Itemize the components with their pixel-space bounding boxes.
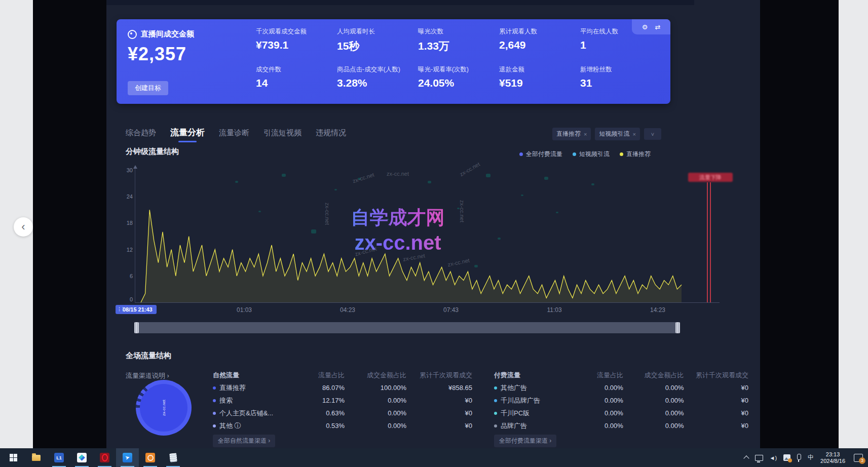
row-dot [494, 412, 497, 415]
taskbar-clock[interactable]: 23:13 2024/8/16 [820, 451, 845, 464]
taskbar-app-notepad[interactable] [162, 448, 184, 467]
metrics-grid: 千次观看成交金额¥739.1 人均观看时长15秒 曝光次数1.33万 累计观看人… [256, 27, 661, 98]
chart-legend: 全部付费流量 短视频引流 直播推荐 [519, 150, 651, 159]
swap-icon[interactable]: ⇄ [655, 23, 660, 31]
legend-paid-traffic[interactable]: 全部付费流量 [519, 150, 562, 159]
network-icon[interactable] [755, 455, 763, 461]
y-tick: 6 [121, 273, 133, 279]
tab-traffic-diagnosis[interactable]: 流量诊断 [219, 128, 249, 142]
legend-dot [573, 152, 576, 156]
table-row[interactable]: 搜索 12.17% 0.00% ¥0 [213, 394, 472, 407]
metric-cell: 成交件数14 [256, 65, 337, 98]
row-dot [213, 386, 216, 390]
metric-cell: 退款金额¥519 [499, 65, 580, 98]
pinwheel-app-icon [77, 453, 87, 462]
legend-live-recommend[interactable]: 直播推荐 [620, 150, 651, 159]
y-tick: 18 [121, 220, 133, 226]
metric-cell: 累计观看人数2,649 [499, 27, 580, 60]
primary-metric-label: 直播间成交金额 [141, 29, 194, 39]
metric-cell: 千次观看成交金额¥739.1 [256, 27, 337, 60]
notification-badge: 3 [859, 457, 865, 464]
tab-violations[interactable]: 违规情况 [316, 128, 346, 142]
l1-app-icon: L1 [54, 453, 64, 462]
tab-overall-trend[interactable]: 综合趋势 [126, 128, 156, 142]
taskbar-app-opera[interactable] [93, 448, 116, 467]
x-tick: 07:43 [443, 306, 459, 314]
traffic-donut-chart[interactable]: zx-cc.net [136, 380, 192, 436]
primary-metric-value: ¥2,357 [128, 44, 186, 65]
slider-handle-right[interactable] [675, 322, 680, 333]
row-dot [494, 424, 497, 427]
create-goal-button[interactable]: 创建目标 [128, 81, 168, 95]
taskbar-app-l1[interactable]: L1 [48, 448, 70, 467]
row-dot [494, 399, 497, 402]
all-natural-channels-link[interactable]: 全部自然流量渠道 › [213, 435, 275, 447]
analytics-tabs: 综合趋势 流量分析 流量诊断 引流短视频 违规情况 [126, 127, 346, 142]
all-paid-channels-link[interactable]: 全部付费流量渠道 › [494, 435, 556, 447]
player-prev-button[interactable]: ‹ [14, 217, 33, 237]
table-row[interactable]: 个人主页&店铺&... 0.63% 0.00% ¥0 [213, 407, 472, 419]
ime-indicator[interactable]: 中 [808, 453, 814, 462]
slider-handle-left[interactable] [134, 322, 139, 333]
tab-traffic-analysis[interactable]: 流量分析 [170, 127, 205, 142]
stream-end-marker-line [707, 182, 708, 302]
table-header: 付费流量 流量占比 成交金额占比 累计千次观看成交 [494, 369, 748, 381]
clock-time: 23:13 [820, 451, 845, 458]
y-axis-line [135, 168, 135, 303]
clock-date: 2024/8/16 [820, 458, 845, 464]
y-tick: 12 [121, 247, 133, 253]
row-dot [213, 399, 216, 402]
table-row[interactable]: 其他广告 0.00% 0.00% ¥0 [494, 381, 748, 394]
legend-short-video[interactable]: 短视频引流 [573, 150, 610, 159]
metric-cell: 商品点击-成交率(人数)3.28% [337, 65, 418, 98]
close-icon[interactable]: × [584, 131, 587, 137]
start-button[interactable] [2, 448, 25, 467]
channel-help-link[interactable]: 流量渠道说明 › [126, 371, 169, 380]
table-row[interactable]: 千川品牌广告 0.00% 0.00% ¥0 [494, 394, 748, 407]
filter-tag-short-video[interactable]: 短视频引流 × [595, 128, 639, 140]
taskbar-app-active-browser[interactable]: ➤ [116, 448, 139, 467]
microphone-icon[interactable] [797, 454, 801, 461]
folder-icon [32, 455, 41, 461]
windows-logo-icon [10, 454, 18, 462]
minute-section-title: 分钟级流量结构 [126, 147, 179, 157]
filter-dropdown[interactable]: ˅ [644, 128, 661, 140]
card-corner-controls: ⚙ ⇄ [632, 19, 670, 34]
screenshot-tool-icon[interactable] [783, 454, 790, 461]
minute-chart-svg[interactable] [136, 167, 720, 303]
windows-taskbar: L1 ➤ ◄) 中 23:13 2024/8/16 3 [0, 448, 868, 467]
taskbar-app-orange[interactable] [139, 448, 162, 467]
system-tray: ◄) 中 23:13 2024/8/16 3 [744, 448, 863, 467]
notepad-icon [169, 453, 177, 462]
row-dot [213, 412, 216, 415]
x-tick: 14:23 [650, 306, 665, 314]
target-icon [128, 30, 137, 39]
chart-range-slider[interactable] [134, 322, 680, 333]
table-row[interactable]: 其他 ⓘ 0.53% 0.00% ¥0 [213, 419, 472, 432]
metric-cell: 人均观看时长15秒 [337, 27, 418, 60]
window-titlebar-sliver [106, 0, 694, 5]
y-tick: 0 [121, 296, 133, 302]
action-center-icon[interactable]: 3 [854, 454, 863, 462]
taskbar-app-meeting[interactable] [70, 448, 93, 467]
overall-section-title: 全场流量结构 [126, 351, 171, 361]
orange-app-icon [145, 453, 155, 462]
close-icon[interactable]: × [632, 131, 635, 137]
taskbar-file-explorer[interactable] [25, 448, 48, 467]
table-row[interactable]: 直播推荐 86.07% 100.00% ¥858.65 [213, 381, 472, 394]
table-header: 自然流量 流量占比 成交金额占比 累计千次观看成交 [213, 369, 472, 381]
natural-traffic-table: 自然流量 流量占比 成交金额占比 累计千次观看成交 直播推荐 86.07% 10… [213, 369, 472, 432]
x-axis-start-badge[interactable]: 08/15 21:43 [116, 305, 157, 314]
speaker-icon[interactable]: ◄) [770, 455, 777, 461]
table-row[interactable]: 千川PC版 0.00% 0.00% ¥0 [494, 407, 748, 419]
primary-metric-header: 直播间成交金额 [128, 29, 194, 39]
table-row[interactable]: 品牌广告 0.00% 0.00% ¥0 [494, 419, 748, 432]
filter-tag-live-recommend[interactable]: 直播推荐 × [552, 128, 591, 140]
tab-short-video[interactable]: 引流短视频 [263, 128, 301, 142]
tray-chevron-up-icon[interactable] [744, 455, 748, 460]
x-tick: 11:03 [547, 306, 561, 314]
y-tick: 24 [121, 193, 133, 200]
metric-cell: 新增粉丝数31 [580, 65, 661, 98]
gear-icon[interactable]: ⚙ [642, 23, 648, 31]
channel-filter: 直播推荐 × 短视频引流 × ˅ [552, 128, 661, 140]
